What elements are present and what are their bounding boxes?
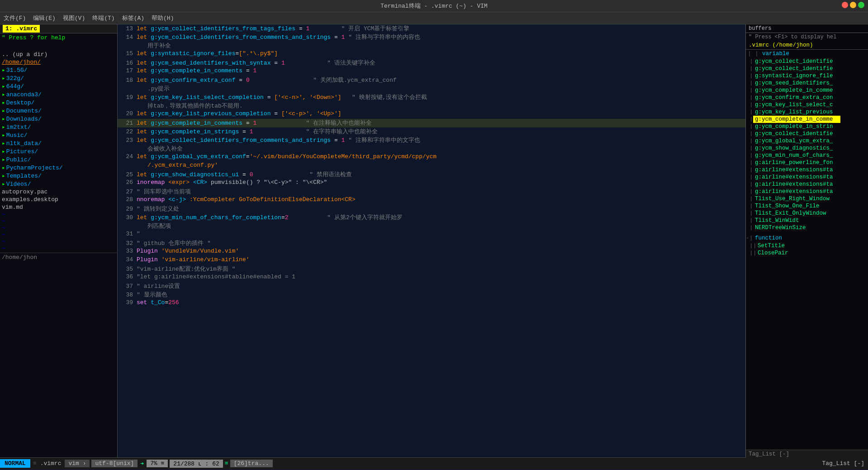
list-item[interactable]: ▸Public/ — [0, 155, 117, 164]
rp-var-item[interactable]: |NERDTreeWinSize — [746, 224, 868, 231]
tilde-line: ~ — [0, 238, 117, 245]
menu-terminal[interactable]: 终端(T) — [92, 14, 114, 22]
code-line-27: 27 " 回车即选中当前项 — [118, 188, 745, 196]
explorer-tab[interactable]: 1: .vimrc — [0, 24, 117, 33]
arrow-icon: ▸ — [2, 164, 5, 171]
code-line-28: 28 nnoremap <c-j> :YcmCompleter GoToDefi… — [118, 196, 745, 205]
code-line-38: 38 " 显示颜色 — [118, 291, 745, 299]
arrow-icon: ▸ — [2, 140, 5, 147]
rp-func-item[interactable]: ||SetTitle — [746, 242, 868, 249]
code-line-33: 33 Plugin 'VundleVim/Vundle.vim' — [118, 248, 745, 256]
rp-section-function: - | function — [746, 234, 868, 242]
tilde-line: ~ — [0, 211, 117, 218]
menu-tabs[interactable]: 标签(A) — [122, 14, 144, 22]
arrow-icon: ▸ — [2, 181, 5, 188]
code-area: 13 let g:ycm_collect_identifiers_from_ta… — [118, 24, 745, 457]
rp-var-item[interactable]: |g:ycm_global_ycm_extra_ — [746, 137, 868, 145]
list-item[interactable]: ▸im2txt/ — [0, 123, 117, 131]
code-line-24b: /.ycm_extra_conf.py' — [118, 162, 745, 170]
menu-help[interactable]: 帮助(H) — [152, 14, 174, 22]
rp-var-item[interactable]: |g:ycm_show_diagnostics_ — [746, 145, 868, 152]
menu-file[interactable]: 文件(F) — [4, 14, 26, 22]
list-item[interactable]: ▸Videos/ — [0, 180, 117, 188]
rp-footer: Tag_List [-] — [746, 450, 868, 457]
menu-edit[interactable]: 编辑(E) — [33, 14, 55, 22]
list-item[interactable]: ▸Documents/ — [0, 107, 117, 115]
help-text: " Press ? for help — [0, 33, 117, 42]
code-editor[interactable]: 13 let g:ycm_collect_identifiers_from_ta… — [118, 24, 746, 457]
rp-var-item[interactable]: |g:ycm_collect_identifie — [746, 65, 868, 72]
rp-var-item[interactable]: |g:airline#extensions#ta — [746, 166, 868, 174]
sb-position: 21/288 ʟ : 62 — [170, 460, 223, 468]
rp-var-item[interactable]: |g:ycm_seed_identifiers_ — [746, 80, 868, 87]
arrow-icon: ▸ — [2, 108, 5, 114]
list-item[interactable]: vim.md — [0, 203, 117, 211]
rp-var-item[interactable]: |g:ycm_key_list_previous — [746, 108, 868, 116]
rp-var-item[interactable]: |g:ycm_complete_in_strin — [746, 123, 868, 130]
list-item[interactable]: ▸31.5G/ — [0, 66, 117, 74]
code-line-34: 34 Plugin 'vim-airline/vim-airline' — [118, 256, 745, 265]
close-button[interactable] — [842, 2, 848, 8]
code-line-39: 39 set t_Co=256 — [118, 299, 745, 308]
rp-var-item[interactable]: |g:ycm_complete_in_comme — [746, 87, 868, 94]
sb-encoding: utf-8[unix] — [91, 460, 138, 467]
sb-arrow-icon: ➜ — [138, 460, 146, 467]
code-line-25: 25 let g:ycm_show_diagnostics_ui = 0 " 禁… — [118, 170, 745, 179]
rp-var-item[interactable]: |g:airline#extensions#ta — [746, 188, 868, 195]
list-item[interactable]: ▸Desktop/ — [0, 99, 117, 107]
list-item[interactable]: ▸nltk_data/ — [0, 139, 117, 147]
sb-gt-icon: ≡ — [224, 460, 229, 467]
list-item[interactable]: ▸PycharmProjects/ — [0, 164, 117, 172]
rp-var-item[interactable]: |Tlist_Exit_OnlyWindow — [746, 210, 868, 217]
tilde-line: ~ — [0, 225, 117, 231]
rp-var-item[interactable]: |g:ycm_collect_identifie — [746, 58, 868, 65]
code-line-18: 18 let g:ycm_confirm_extra_conf = 0 " 关闭… — [118, 76, 745, 85]
statusbar: NORMAL ≡ .vimrc vim › utf-8[unix] ➜ 7% ≡… — [0, 457, 868, 469]
list-item[interactable]: ▸322g/ — [0, 74, 117, 82]
list-item[interactable]: ▸Templates/ — [0, 172, 117, 180]
rp-var-item[interactable]: |g:ycm_confirm_extra_con — [746, 94, 868, 101]
list-item[interactable]: autoproxy.pac — [0, 188, 117, 196]
code-line-37: 37 " airline设置 — [118, 282, 745, 291]
list-item[interactable]: ▸anaconda3/ — [0, 90, 117, 99]
menu-view[interactable]: 视图(V) — [63, 14, 85, 22]
code-line-15: 15 let g:syntastic_ignore_files=[".*\.py… — [118, 50, 745, 59]
list-item[interactable]: ▸Pictures/ — [0, 147, 117, 155]
rp-var-item[interactable]: |g:ycm_min_num_of_chars_ — [746, 152, 868, 159]
sb-arrow: › — [83, 460, 86, 467]
code-line-23b: 会被收入补全 — [118, 145, 745, 153]
list-item[interactable]: ▸Music/ — [0, 131, 117, 139]
rp-var-item[interactable]: |g:ycm_collect_identifie — [746, 130, 868, 137]
code-line-16: 16 let g:ycm_seed_identifiers_with_synta… — [118, 59, 745, 67]
tag-list-panel: buffers " Press <F1> to display hel .vim… — [746, 24, 868, 457]
list-item[interactable]: examples.desktop — [0, 196, 117, 203]
code-line-14b: 用于补全 — [118, 42, 745, 50]
tilde-line: ~ — [0, 245, 117, 252]
code-line-35: 35 "vim-airline配置:优化vim界面 " — [118, 265, 745, 273]
tilde-line: ~ — [0, 231, 117, 238]
list-item[interactable]: ▸644g/ — [0, 82, 117, 90]
current-dir[interactable]: /home/jhon/ — [0, 58, 117, 66]
minimize-button[interactable] — [850, 2, 856, 8]
rp-var-item[interactable]: |Tlist_Use_Right_Window — [746, 195, 868, 202]
rp-var-item[interactable]: |g:airline_powerline_fon — [746, 159, 868, 166]
up-dir[interactable]: .. (up a dir) — [0, 51, 117, 58]
title-text: Terminal终端 - .vimrc (~) - VIM — [380, 3, 488, 9]
code-line-21: 21 let g:ycm_complete_in_comments = 1 " … — [118, 119, 745, 127]
rp-var-item[interactable]: |g:ycm_key_list_select_c — [746, 101, 868, 108]
list-item[interactable]: ▸Downloads/ — [0, 115, 117, 123]
explorer-footer: /home/jhon — [0, 253, 117, 262]
sb-extra: [26]tra... — [230, 460, 273, 467]
code-line-18b: .py提示 — [118, 85, 745, 93]
rp-var-item[interactable]: |Tlist_WinWidt — [746, 217, 868, 224]
rp-var-item[interactable]: |g:syntastic_ignore_file — [746, 72, 868, 80]
sb-filename: .vimrc — [40, 460, 62, 467]
rp-section-variable: | | variable — [746, 50, 868, 58]
rp-func-item[interactable]: ||ClosePair — [746, 249, 868, 257]
rp-var-item[interactable]: |Tlist_Show_One_File — [746, 202, 868, 210]
maximize-button[interactable] — [858, 2, 864, 8]
rp-var-item-selected[interactable]: |g:ycm_complete_in_comme — [746, 116, 868, 123]
code-line-13: 13 let g:ycm_collect_identifiers_from_ta… — [118, 24, 745, 33]
rp-var-item[interactable]: |g:airline#extensions#ta — [746, 174, 868, 181]
rp-var-item[interactable]: |g:airline#extensions#ta — [746, 181, 868, 188]
